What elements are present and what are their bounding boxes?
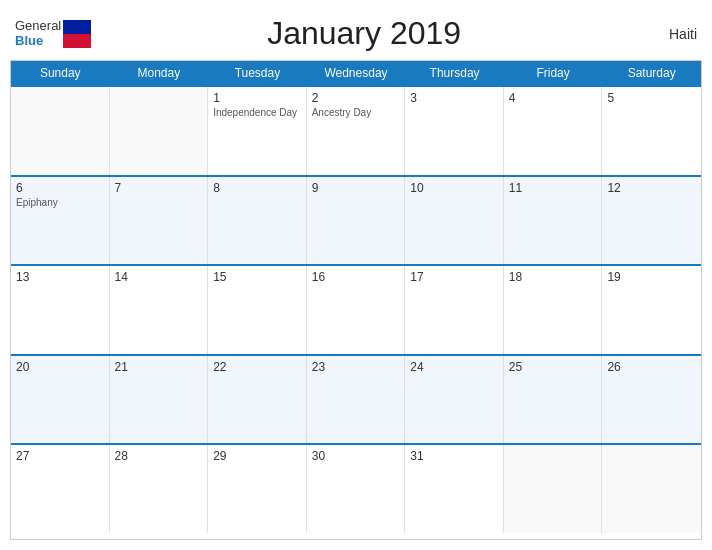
week-row-5: 2728293031 <box>11 443 701 533</box>
day-num-29: 29 <box>213 449 301 463</box>
day-cell-1-5: 11 <box>504 177 603 265</box>
day-header-thursday: Thursday <box>405 61 504 85</box>
day-num-17: 17 <box>410 270 498 284</box>
svg-rect-1 <box>63 34 91 48</box>
day-cell-2-0: 13 <box>11 266 110 354</box>
week-row-4: 20212223242526 <box>11 354 701 444</box>
day-cell-0-3: 2Ancestry Day <box>307 87 406 175</box>
day-num-22: 22 <box>213 360 301 374</box>
day-cell-0-1 <box>110 87 209 175</box>
day-num-19: 19 <box>607 270 696 284</box>
day-cell-4-2: 29 <box>208 445 307 533</box>
weeks-container: 1Independence Day2Ancestry Day3456Epipha… <box>11 85 701 533</box>
day-cell-1-0: 6Epiphany <box>11 177 110 265</box>
day-num-1: 1 <box>213 91 301 105</box>
day-cell-2-6: 19 <box>602 266 701 354</box>
day-cell-4-4: 31 <box>405 445 504 533</box>
day-cell-4-6 <box>602 445 701 533</box>
day-cell-2-5: 18 <box>504 266 603 354</box>
day-cell-1-6: 12 <box>602 177 701 265</box>
day-cell-0-5: 4 <box>504 87 603 175</box>
day-num-12: 12 <box>607 181 696 195</box>
day-num-27: 27 <box>16 449 104 463</box>
day-num-18: 18 <box>509 270 597 284</box>
logo-blue: Blue <box>15 34 61 48</box>
day-cell-3-2: 22 <box>208 356 307 444</box>
day-cell-2-3: 16 <box>307 266 406 354</box>
day-num-4: 4 <box>509 91 597 105</box>
holiday-label-1: Independence Day <box>213 107 301 118</box>
day-num-24: 24 <box>410 360 498 374</box>
day-cell-3-5: 25 <box>504 356 603 444</box>
day-header-friday: Friday <box>504 61 603 85</box>
day-header-tuesday: Tuesday <box>208 61 307 85</box>
calendar-title: January 2019 <box>91 15 637 52</box>
day-num-9: 9 <box>312 181 400 195</box>
day-cell-3-3: 23 <box>307 356 406 444</box>
day-cell-3-0: 20 <box>11 356 110 444</box>
day-cell-2-4: 17 <box>405 266 504 354</box>
day-num-28: 28 <box>115 449 203 463</box>
day-num-13: 13 <box>16 270 104 284</box>
logo-general: General <box>15 19 61 33</box>
haiti-flag-logo-icon <box>63 20 91 48</box>
day-cell-4-3: 30 <box>307 445 406 533</box>
day-cell-4-1: 28 <box>110 445 209 533</box>
day-cell-3-1: 21 <box>110 356 209 444</box>
day-num-10: 10 <box>410 181 498 195</box>
day-num-3: 3 <box>410 91 498 105</box>
day-num-14: 14 <box>115 270 203 284</box>
day-cell-0-2: 1Independence Day <box>208 87 307 175</box>
day-num-7: 7 <box>115 181 203 195</box>
day-cell-4-0: 27 <box>11 445 110 533</box>
day-cell-1-4: 10 <box>405 177 504 265</box>
day-num-16: 16 <box>312 270 400 284</box>
day-cell-1-1: 7 <box>110 177 209 265</box>
day-cell-2-2: 15 <box>208 266 307 354</box>
day-num-20: 20 <box>16 360 104 374</box>
week-row-2: 6Epiphany789101112 <box>11 175 701 265</box>
day-num-6: 6 <box>16 181 104 195</box>
day-num-21: 21 <box>115 360 203 374</box>
day-cell-1-3: 9 <box>307 177 406 265</box>
header: General Blue January 2019 Haiti <box>10 10 702 60</box>
day-cell-0-4: 3 <box>405 87 504 175</box>
logo-text: General Blue <box>15 19 61 48</box>
day-num-15: 15 <box>213 270 301 284</box>
day-num-30: 30 <box>312 449 400 463</box>
day-cell-1-2: 8 <box>208 177 307 265</box>
week-row-1: 1Independence Day2Ancestry Day345 <box>11 85 701 175</box>
day-num-11: 11 <box>509 181 597 195</box>
page: General Blue January 2019 Haiti Sunday M… <box>0 0 712 550</box>
holiday-label-2: Ancestry Day <box>312 107 400 118</box>
logo: General Blue <box>15 19 91 48</box>
day-num-8: 8 <box>213 181 301 195</box>
holiday-label-6: Epiphany <box>16 197 104 208</box>
week-row-3: 13141516171819 <box>11 264 701 354</box>
calendar: Sunday Monday Tuesday Wednesday Thursday… <box>10 60 702 540</box>
day-num-5: 5 <box>607 91 696 105</box>
day-cell-0-6: 5 <box>602 87 701 175</box>
day-cell-0-0 <box>11 87 110 175</box>
country-label: Haiti <box>637 26 697 42</box>
day-cell-3-4: 24 <box>405 356 504 444</box>
svg-rect-0 <box>63 20 91 34</box>
day-num-25: 25 <box>509 360 597 374</box>
day-header-monday: Monday <box>110 61 209 85</box>
day-headers-row: Sunday Monday Tuesday Wednesday Thursday… <box>11 61 701 85</box>
day-header-saturday: Saturday <box>602 61 701 85</box>
day-cell-4-5 <box>504 445 603 533</box>
day-cell-2-1: 14 <box>110 266 209 354</box>
day-num-23: 23 <box>312 360 400 374</box>
day-cell-3-6: 26 <box>602 356 701 444</box>
day-header-wednesday: Wednesday <box>307 61 406 85</box>
day-header-sunday: Sunday <box>11 61 110 85</box>
day-num-2: 2 <box>312 91 400 105</box>
day-num-31: 31 <box>410 449 498 463</box>
day-num-26: 26 <box>607 360 696 374</box>
